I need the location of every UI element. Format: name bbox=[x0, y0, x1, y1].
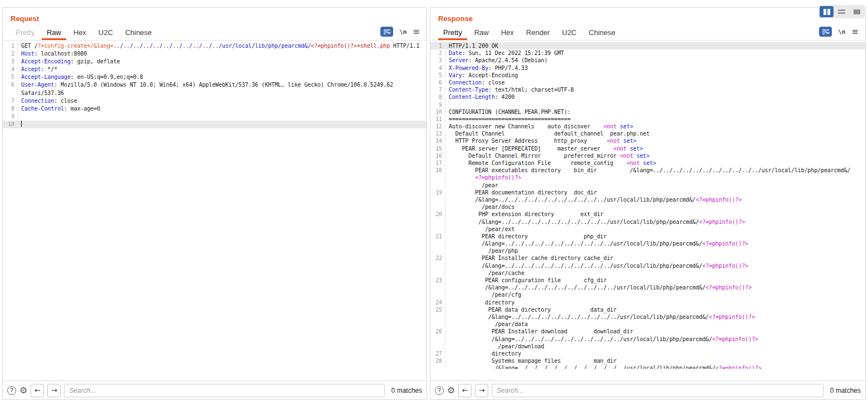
code-line[interactable]: 5Accept-Language: en-US;q=0.9,en;q=0.8 bbox=[3, 73, 426, 81]
code-line[interactable]: /&lang=../../../../../../../../../../../… bbox=[430, 240, 865, 247]
code-line[interactable]: 2Date: Sun, 11 Dec 2022 15:21:39 GMT bbox=[430, 49, 865, 57]
code-line[interactable]: Safari/537.36 bbox=[3, 89, 426, 97]
line-text: /&lang=../../../../../../../../../../../… bbox=[445, 336, 758, 343]
tab-pretty[interactable]: Pretty bbox=[11, 27, 39, 40]
stacked-layout-button[interactable] bbox=[835, 6, 849, 17]
code-line[interactable]: /&lang=../../../../../../../../../../../… bbox=[430, 313, 865, 321]
code-line[interactable]: 23 PEAR configuration file cfg_dir bbox=[430, 277, 865, 284]
code-line[interactable]: 24 directory bbox=[430, 299, 865, 306]
code-line[interactable]: 3Server: Apache/2.4.54 (Debian) bbox=[430, 57, 865, 64]
line-number: 24 bbox=[430, 299, 445, 306]
code-line[interactable]: 3Accept-Encoding: gzip, deflate bbox=[3, 58, 426, 66]
line-number: 15 bbox=[430, 145, 445, 152]
editor-menu-icon[interactable]: ≡ bbox=[851, 28, 859, 36]
code-line[interactable]: 18 PEAR executables directory bin_dir /&… bbox=[430, 167, 865, 174]
request-editor-icons: \n ≡ bbox=[380, 27, 420, 37]
code-line[interactable]: 19 PEAR documentation directory doc_dir bbox=[430, 189, 865, 196]
line-text: PHP extension directory ext_dir bbox=[445, 211, 603, 218]
tab-hex[interactable]: Hex bbox=[496, 27, 519, 40]
side-by-side-layout-button[interactable] bbox=[820, 6, 834, 17]
gear-icon[interactable]: ⚙ bbox=[19, 386, 27, 395]
soft-wrap-icon[interactable] bbox=[380, 27, 393, 37]
code-line[interactable]: /&lang=../../../../../../../../../../../… bbox=[430, 196, 865, 203]
code-line[interactable]: 14 HTTP Proxy Server Address http_proxy … bbox=[430, 137, 865, 144]
code-line[interactable]: /&lang=../../../../../../../../../../../… bbox=[430, 262, 865, 269]
tab-chinese[interactable]: Chinese bbox=[120, 27, 157, 40]
code-line[interactable]: /pear/ext bbox=[430, 226, 865, 233]
previous-match-button[interactable]: ← bbox=[458, 384, 472, 397]
code-line[interactable]: 1HTTP/1.1 200 OK bbox=[430, 42, 865, 49]
previous-match-button[interactable]: ← bbox=[31, 384, 44, 397]
code-line[interactable]: 2Host: localhost:8080 bbox=[3, 50, 426, 58]
code-line[interactable]: 28 Systems manpage files man_dir bbox=[430, 357, 865, 364]
code-line[interactable]: 25 PEAR data directory data_dir bbox=[430, 306, 865, 313]
newline-toggle-icon[interactable]: \n bbox=[838, 28, 845, 36]
code-line[interactable]: /pear/php bbox=[430, 247, 865, 254]
code-line[interactable]: /&lang=../../../../../../../../../../../… bbox=[430, 284, 865, 291]
line-number bbox=[430, 218, 445, 226]
line-text: HTTP/1.1 200 OK bbox=[445, 42, 498, 49]
tab-chinese[interactable]: Chinese bbox=[584, 27, 621, 40]
code-line[interactable]: 15 PEAR server [DEPRECATED] master_serve… bbox=[430, 145, 865, 152]
request-editor[interactable]: 1GET /?+config-create+/&lang=../../../..… bbox=[3, 40, 426, 381]
code-line[interactable]: /pear/cache bbox=[430, 269, 865, 277]
tab-pretty[interactable]: Pretty bbox=[438, 27, 467, 40]
tab-hex[interactable]: Hex bbox=[68, 27, 91, 40]
code-line[interactable]: 1GET /?+config-create+/&lang=../../../..… bbox=[3, 42, 426, 50]
gear-icon[interactable]: ⚙ bbox=[447, 386, 455, 395]
code-line[interactable]: 9 bbox=[3, 113, 426, 121]
code-line[interactable]: /pear/data bbox=[430, 321, 865, 328]
code-line[interactable]: 27 directory bbox=[430, 350, 865, 357]
code-line[interactable]: 13 Default Channel default_channel pear.… bbox=[430, 130, 865, 137]
code-line[interactable]: 8Content-Length: 4200 bbox=[430, 93, 865, 101]
help-icon[interactable]: ? bbox=[435, 386, 444, 395]
code-line[interactable]: /&lang=../../../../../../../../../../../… bbox=[430, 336, 865, 343]
code-line[interactable]: 4Accept: */* bbox=[3, 66, 426, 73]
code-line[interactable]: /pear bbox=[430, 182, 865, 189]
editor-menu-icon[interactable]: ≡ bbox=[413, 28, 420, 36]
tab-u2c[interactable]: U2C bbox=[557, 27, 582, 40]
code-line[interactable]: 26 PEAR Installer download download_dir bbox=[430, 328, 865, 335]
code-line[interactable]: 21 PEAR directory php_dir bbox=[430, 233, 865, 240]
code-line[interactable]: 6Connection: close bbox=[430, 79, 865, 86]
line-number bbox=[3, 89, 18, 97]
code-line[interactable]: /pear/cfg bbox=[430, 291, 865, 298]
line-text: /pear/ext bbox=[445, 226, 514, 233]
code-line[interactable]: 5Vary: Accept-Encoding bbox=[430, 72, 865, 79]
code-line[interactable]: 6User-Agent: Mozilla/5.0 (Windows NT 10.… bbox=[3, 81, 426, 89]
code-line[interactable]: 12Auto-discover new Channels auto_discov… bbox=[430, 123, 865, 130]
code-line[interactable]: 17 Remote Configuration File remote_conf… bbox=[430, 159, 865, 167]
code-line[interactable]: 9 bbox=[430, 101, 865, 108]
code-line[interactable]: /&lang=../../../../../../../../../../../… bbox=[430, 364, 865, 369]
code-line[interactable]: /pear/docs bbox=[430, 203, 865, 211]
soft-wrap-icon[interactable] bbox=[819, 27, 832, 37]
next-match-button[interactable]: → bbox=[475, 384, 488, 397]
code-line[interactable]: /&lang=../../../../../../../../../../../… bbox=[430, 218, 865, 226]
code-line[interactable]: 8Cache-Control: max-age=0 bbox=[3, 105, 426, 113]
tab-render[interactable]: Render bbox=[521, 27, 555, 40]
code-line[interactable]: <?=phpinfo()?> bbox=[430, 174, 865, 181]
code-line[interactable]: 20 PHP extension directory ext_dir bbox=[430, 211, 865, 218]
response-editor[interactable]: 1HTTP/1.1 200 OK2Date: Sun, 11 Dec 2022 … bbox=[430, 40, 865, 381]
code-line[interactable]: 22 PEAR Installer cache directory cache_… bbox=[430, 254, 865, 262]
code-line[interactable]: 10 bbox=[3, 121, 426, 128]
line-text: Server: Apache/2.4.54 (Debian) bbox=[445, 57, 548, 64]
code-line[interactable]: 7Connection: close bbox=[3, 97, 426, 105]
code-line[interactable]: 10CONFIGURATION (CHANNEL PEAR.PHP.NET): bbox=[430, 108, 865, 116]
code-line[interactable]: 4X-Powered-By: PHP/7.4.33 bbox=[430, 64, 865, 72]
code-line[interactable]: 7Content-Type: text/html; charset=UTF-8 bbox=[430, 86, 865, 93]
code-line[interactable]: 16 Default Channel Mirror preferred_mirr… bbox=[430, 152, 865, 159]
tab-raw[interactable]: Raw bbox=[469, 27, 494, 40]
tab-u2c[interactable]: U2C bbox=[93, 27, 118, 40]
next-match-button[interactable]: → bbox=[47, 384, 61, 397]
response-search-input[interactable] bbox=[492, 384, 823, 397]
newline-toggle-icon[interactable]: \n bbox=[399, 28, 406, 36]
line-text: PEAR Installer download download_dir bbox=[445, 328, 633, 335]
code-line[interactable]: /pear/download bbox=[430, 343, 865, 350]
tab-raw[interactable]: Raw bbox=[42, 27, 66, 40]
help-icon[interactable]: ? bbox=[7, 386, 16, 395]
single-panel-layout-button[interactable] bbox=[850, 6, 864, 17]
line-text: /pear/data bbox=[445, 321, 528, 328]
request-search-input[interactable] bbox=[64, 384, 384, 397]
code-line[interactable]: 11===================================== bbox=[430, 116, 865, 123]
